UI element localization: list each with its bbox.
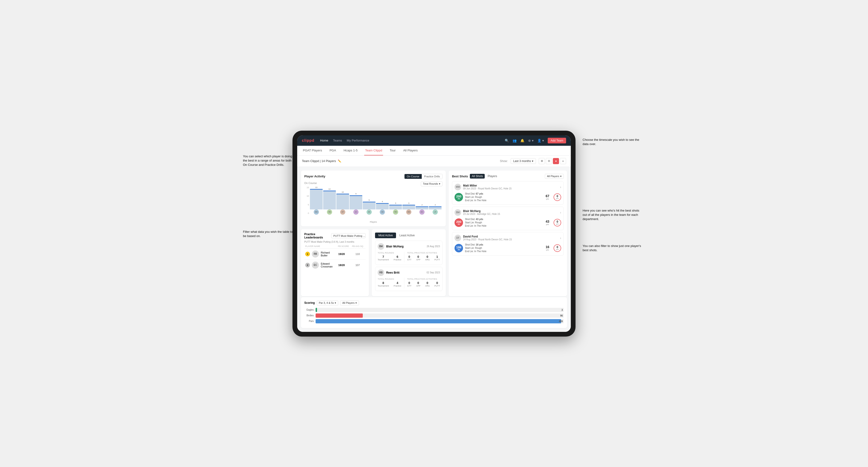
nav-teams[interactable]: Teams — [333, 139, 342, 142]
activity-avatar-1: RB — [378, 269, 384, 276]
shot-sg-label-1: SG — [458, 223, 460, 225]
lb-row-0[interactable]: 1 RB Richard Butler 19/20 110 — [304, 248, 366, 259]
scoring-title: Scoring — [304, 301, 315, 305]
tab-pgat-players[interactable]: PGAT Players — [302, 146, 323, 155]
practice-val-0: 6 — [394, 255, 401, 258]
toggle-on-course[interactable]: On Course — [404, 174, 422, 179]
nav-my-performance[interactable]: My Performance — [347, 139, 369, 142]
shot-stats-1: 200 SG Shot Dist: 43 yds Start Lie: Roug… — [455, 218, 561, 228]
users-icon[interactable]: 👥 — [513, 139, 517, 143]
scoring-par-dropdown[interactable]: Par 3, 4 & 5s ▾ — [317, 301, 338, 305]
tab-all-players[interactable]: All Players — [402, 146, 418, 155]
tournament-val-1: 8 — [378, 281, 389, 285]
view-grid-btn[interactable]: ⊟ — [546, 158, 552, 164]
bar-value-7: 3 — [408, 202, 409, 204]
bars-area: 13BM12RB10DF9JC5EE4GB3RB3MM2EC2LR — [310, 186, 441, 219]
bar-group-1: 12RB — [323, 188, 336, 215]
tab-players[interactable]: Players — [486, 174, 499, 179]
bar-1[interactable] — [323, 191, 336, 210]
scoring-track-birdies: 96 — [316, 313, 564, 318]
shot-item-2[interactable]: DF David Ford 24 Aug 2023 · Royal North … — [452, 232, 564, 256]
bar-avatar-7: MM — [406, 210, 411, 215]
view-grid4-btn[interactable]: ⊞ — [539, 158, 545, 164]
arg-val-0: 0 — [425, 255, 430, 258]
search-icon[interactable]: 🔍 — [505, 139, 509, 143]
scoring-players-label: All Players — [342, 302, 354, 304]
nav-links: Home Teams My Performance — [320, 139, 499, 142]
app-val-0: 0 — [416, 255, 420, 258]
tab-hcaps[interactable]: Hcaps 1-5 — [343, 146, 359, 155]
bar-4[interactable] — [363, 201, 375, 210]
shot-sg-label-0: SG — [458, 198, 460, 199]
app-logo: clippd — [302, 138, 314, 143]
annotation-mr: Here you can see who's hit the best shot… — [583, 209, 644, 221]
putt-val-0: 1 — [434, 255, 440, 258]
practice-dropdown[interactable]: PUTT Must Make Putting ... ▾ — [331, 233, 366, 238]
tab-team-clippd[interactable]: Team Clippd — [364, 146, 383, 155]
scoring-label-eagles: Eagles — [304, 309, 314, 311]
bar-group-8: 2EC — [415, 204, 428, 215]
shot-player-detail-2: 24 Aug 2023 · Royal North Devon GC, Hole… — [463, 238, 558, 241]
tab-most-active[interactable]: Most Active — [375, 232, 396, 238]
bar-9[interactable] — [429, 206, 441, 210]
shot-stats-2: 198 SG Shot Dist: 16 yds Start Lie: Roug… — [455, 243, 561, 253]
lb-name-0: Richard Butler — [321, 251, 333, 257]
bar-3[interactable] — [349, 195, 362, 210]
activity-player-1[interactable]: RB Rees Britt 02 Sep 2023 Total Rounds 8 — [375, 267, 442, 291]
bar-0[interactable] — [310, 189, 323, 210]
show-label: Show: — [500, 159, 507, 163]
show-dropdown[interactable]: Last 3 months ▾ — [511, 158, 536, 164]
shot-arrow-0[interactable]: › — [560, 185, 561, 189]
nav-home[interactable]: Home — [320, 139, 328, 142]
tab-pga[interactable]: PGA — [329, 146, 337, 155]
shot-player-detail-0: 09 Jun 2023 · Royal North Devon GC, Hole… — [463, 187, 558, 190]
activity-avatar-0: BM — [378, 243, 384, 250]
shot-arrow-2[interactable]: › — [560, 236, 561, 240]
shot-item-1[interactable]: BM Blair McHarg 23 Jul 2023 · Ashridge G… — [452, 207, 564, 230]
tab-least-active[interactable]: Least Active — [396, 232, 418, 238]
total-rounds-stats-1: 8 Tournament 4 Practice — [378, 281, 401, 287]
chevron-down-icon: ▾ — [439, 182, 440, 185]
bar-2[interactable] — [336, 194, 349, 210]
activity-toggle: On Course Practice Drills — [404, 174, 442, 179]
bar-5[interactable] — [376, 203, 389, 210]
add-team-button[interactable]: Add Team — [548, 138, 566, 144]
scoring-val-pars: 499 — [559, 320, 563, 322]
shot-item-0[interactable]: MM Matt Miller 09 Jun 2023 · Royal North… — [452, 181, 564, 205]
bar-8[interactable] — [415, 206, 428, 210]
shot-desc-1: Shot Dist: 43 yds Start Lie: Rough End L… — [465, 218, 541, 228]
edit-icon[interactable]: ✏️ — [338, 159, 341, 163]
scoring-label-birdies: Birdies — [304, 314, 314, 317]
view-list-btn[interactable]: ≡ — [560, 158, 566, 164]
bar-6[interactable] — [389, 205, 402, 210]
shots-player-filter[interactable]: All Players ▾ — [545, 174, 564, 179]
shot-metric1-2: 16 yds — [543, 245, 552, 251]
best-shots-card: Best Shots All Shots Players All Players… — [448, 170, 567, 296]
shot-player-name-2: David Ford — [463, 235, 558, 238]
practice-header: Practice Leaderboards PUTT Must Make Put… — [304, 232, 366, 239]
shot-avatar-2: DF — [455, 235, 461, 241]
player-activity-title: Player Activity — [304, 175, 325, 178]
scoring-players-dropdown[interactable]: All Players ▾ — [340, 301, 359, 305]
bar-7[interactable] — [402, 205, 415, 210]
tournament-val-0: 7 — [378, 255, 389, 258]
activity-player-0[interactable]: BM Blair McHarg 26 Aug 2023 Total Rounds — [375, 241, 442, 265]
y-axis-15: 15 — [305, 186, 309, 189]
tab-all-shots[interactable]: All Shots — [470, 174, 485, 179]
view-heart-btn[interactable]: ♥ — [553, 158, 559, 164]
activity-player-header-1: RB Rees Britt 02 Sep 2023 — [378, 269, 440, 276]
add-icon[interactable]: ⊕ ▾ — [528, 139, 533, 143]
lb-avatar-0: RB — [312, 250, 319, 257]
most-active-card: Most Active Least Active BM Blair McHarg… — [372, 229, 446, 296]
bar-group-0: 13BM — [310, 186, 323, 215]
toggle-practice-drills[interactable]: Practice Drills — [422, 174, 442, 179]
bell-icon[interactable]: 🔔 — [520, 139, 524, 143]
chart-filter-dropdown[interactable]: Total Rounds ▾ — [421, 181, 442, 186]
shot-player-row-2: DF David Ford 24 Aug 2023 · Royal North … — [455, 235, 561, 241]
shot-arrow-1[interactable]: › — [560, 211, 561, 214]
lb-rank-1: 2 — [305, 263, 310, 268]
avatar-icon[interactable]: 👤 ▾ — [537, 139, 544, 143]
chevron-down-icon: ▾ — [355, 302, 357, 305]
lb-row-1[interactable]: 2 EC Edward Crossman 18/20 107 — [304, 259, 366, 271]
tab-tour[interactable]: Tour — [389, 146, 397, 155]
